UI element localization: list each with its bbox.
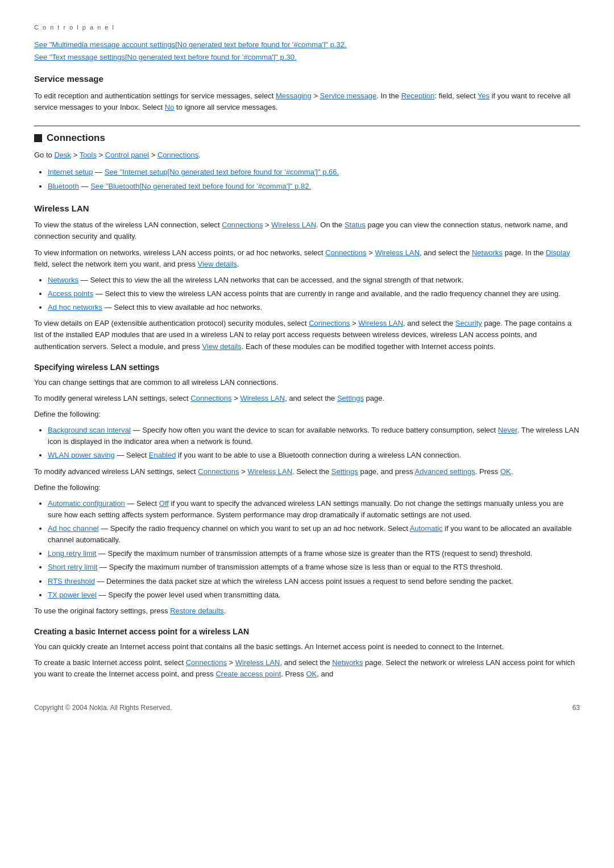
internet-setup-text[interactable]: See "Internet setup[No generated text be… — [105, 168, 339, 176]
adv-para: To modify advanced wireless LAN settings… — [34, 466, 580, 477]
list-item: Internet setup — See "Internet setup[No … — [48, 167, 580, 178]
header-label: C o n t r o l p a n e l — [34, 23, 580, 32]
cp2-networks[interactable]: Networks — [332, 658, 363, 667]
auto-config-off[interactable]: Off — [159, 499, 169, 508]
rts-threshold-text: — Determines the data packet size at whi… — [95, 577, 513, 585]
sm-link-yes[interactable]: Yes — [478, 92, 489, 100]
sm-link-reception[interactable]: Reception — [401, 92, 435, 100]
wlan-power-enabled[interactable]: Enabled — [149, 451, 176, 459]
list-item: RTS threshold — Determines the data pack… — [48, 576, 580, 587]
p2-wlan[interactable]: Wireless LAN — [375, 248, 420, 257]
adhoc-automatic[interactable]: Automatic — [410, 524, 443, 533]
long-retry-text: — Specify the maximum number of transmis… — [96, 549, 532, 558]
p2-viewdetails[interactable]: View details — [198, 260, 237, 268]
internet-setup-link[interactable]: Internet setup — [48, 168, 93, 176]
p3-connections[interactable]: Connections — [309, 319, 350, 327]
adv-settings[interactable]: Settings — [331, 467, 358, 476]
sp2-wlan[interactable]: Wireless LAN — [240, 394, 285, 402]
p2-sep1: > — [367, 248, 375, 257]
page-number: 63 — [572, 703, 580, 713]
bg-scan-link[interactable]: Background scan interval — [48, 426, 131, 434]
creating-para1: You can quickly create an Internet acces… — [34, 641, 580, 653]
p3-wlan[interactable]: Wireless LAN — [358, 319, 403, 327]
cp2-end: , and — [317, 670, 333, 678]
adv-mid2: page, and press — [358, 467, 415, 476]
short-retry-link[interactable]: Short retry limit — [48, 563, 97, 571]
sp2-sep1: > — [232, 394, 240, 402]
p2-networks[interactable]: Networks — [472, 248, 503, 257]
goto-desk[interactable]: Desk — [54, 151, 71, 159]
sm-link-messaging[interactable]: Messaging — [276, 92, 312, 100]
p3-viewdetails[interactable]: View details — [202, 342, 242, 351]
short-retry-text: — Specify the maximum number of transmis… — [97, 563, 502, 571]
p3-security[interactable]: Security — [455, 319, 482, 327]
p1-connections[interactable]: Connections — [222, 221, 263, 229]
tx-power-link[interactable]: TX power level — [48, 591, 97, 599]
sp2-before: To modify general wireless LAN settings,… — [34, 394, 190, 402]
p3-mid1: , and select the — [403, 319, 455, 327]
sp2-end: page. — [364, 394, 384, 402]
adhoc-channel-link[interactable]: Ad hoc channel — [48, 524, 99, 533]
service-message-body: To edit reception and authentication set… — [34, 90, 580, 113]
adv-sep1: > — [239, 467, 248, 476]
cp2-wlan[interactable]: Wireless LAN — [235, 658, 280, 667]
service-message-title: Service message — [34, 73, 580, 86]
adv-ok[interactable]: OK — [500, 467, 511, 476]
multimedia-link[interactable]: See "Multimedia message account settings… — [34, 39, 580, 51]
restore-link[interactable]: Restore defaults — [170, 607, 224, 615]
adv-advanced[interactable]: Advanced settings — [415, 467, 475, 476]
sm-link-service[interactable]: Service message — [320, 92, 377, 100]
p1-before: To view the status of the wireless LAN c… — [34, 221, 222, 229]
sm-sep1: > — [312, 92, 320, 100]
sp2-connections[interactable]: Connections — [190, 394, 231, 402]
p1-wlan[interactable]: Wireless LAN — [271, 221, 316, 229]
cp2-connections[interactable]: Connections — [186, 658, 227, 667]
goto-connections[interactable]: Connections — [157, 151, 198, 159]
list-item: Automatic configuration — Select Off if … — [48, 498, 580, 521]
list-item: WLAN power saving — Select Enabled if yo… — [48, 450, 580, 461]
p2-connections[interactable]: Connections — [325, 248, 366, 257]
tx-power-text: — Specify the power level used when tran… — [97, 591, 281, 599]
rts-threshold-link[interactable]: RTS threshold — [48, 577, 95, 585]
restore-end: . — [224, 607, 226, 615]
bluetooth-link[interactable]: Bluetooth — [48, 182, 79, 190]
p2-display[interactable]: Display — [546, 248, 570, 257]
wlan-bullets2: Background scan interval — Specify how o… — [48, 425, 580, 461]
wlan-power-link[interactable]: WLAN power saving — [48, 451, 115, 459]
p3-sep1: > — [350, 319, 358, 327]
goto-cp[interactable]: Control panel — [105, 151, 149, 159]
bg-scan-never[interactable]: Never — [498, 426, 517, 434]
sm-link-no[interactable]: No — [165, 103, 175, 111]
auto-config-link[interactable]: Automatic configuration — [48, 499, 125, 508]
list-item: Background scan interval — Specify how o… — [48, 425, 580, 447]
bluetooth-text[interactable]: See "Bluetooth[No generated text before … — [90, 182, 311, 190]
cp2-sep1: > — [227, 658, 235, 667]
connections-section: Connections Go to Desk > Tools > Control… — [34, 126, 580, 192]
connections-square-icon — [34, 134, 42, 142]
adhoc-link[interactable]: Ad hoc networks — [48, 303, 102, 312]
goto-tools[interactable]: Tools — [80, 151, 97, 159]
p1-status[interactable]: Status — [345, 221, 366, 229]
list-item: TX power level — Specify the power level… — [48, 589, 580, 601]
list-item: Ad hoc networks — Select this to view av… — [48, 302, 580, 313]
sm-mid2: : field, select — [434, 92, 478, 100]
connections-goto: Go to Desk > Tools > Control panel > Con… — [34, 149, 580, 161]
sp2-settings[interactable]: Settings — [337, 394, 364, 402]
access-points-link[interactable]: Access points — [48, 289, 93, 298]
connections-title: Connections — [47, 131, 105, 146]
p1-sep1: > — [263, 221, 272, 229]
service-message-section: Service message To edit reception and au… — [34, 73, 580, 113]
long-retry-link[interactable]: Long retry limit — [48, 549, 96, 558]
list-item: Ad hoc channel — Specify the radio frequ… — [48, 523, 580, 546]
adv-connections[interactable]: Connections — [198, 467, 239, 476]
cp2-create-ap[interactable]: Create access point — [215, 670, 281, 678]
footer: Copyright © 2004 Nokia. All Rights Reser… — [34, 703, 580, 713]
adv-wlan[interactable]: Wireless LAN — [247, 467, 292, 476]
p3-before: To view details on EAP (extensible authe… — [34, 319, 309, 327]
p2-mid: , and select the — [420, 248, 472, 257]
networks-link[interactable]: Networks — [48, 276, 78, 284]
cp2-ok[interactable]: OK — [306, 670, 317, 678]
textmessage-link[interactable]: See "Text message settings[No generated … — [34, 52, 580, 63]
sm-end: to ignore all service messages. — [174, 103, 277, 111]
list-item: Long retry limit — Specify the maximum n… — [48, 548, 580, 559]
